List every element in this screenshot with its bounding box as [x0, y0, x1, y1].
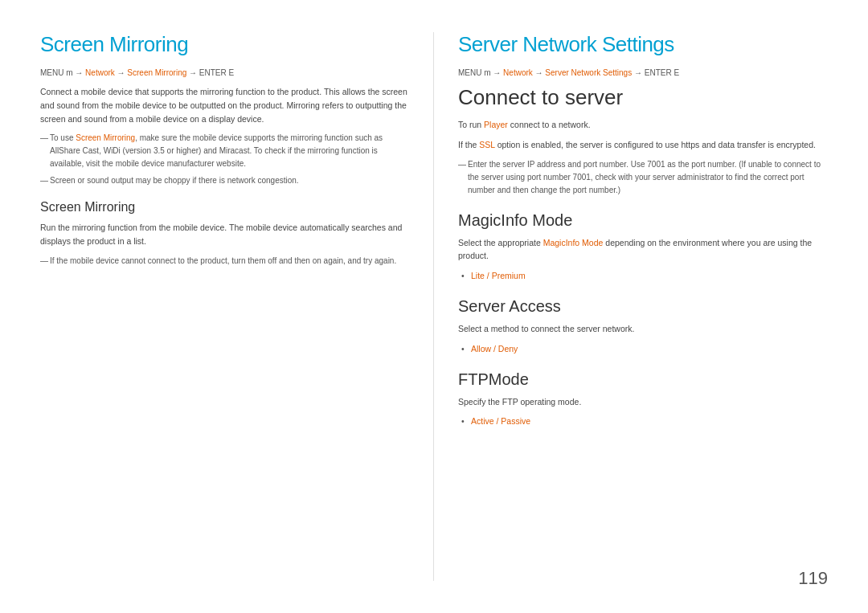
left-menu-arrow1: →	[115, 68, 128, 77]
connect-body1: To run Player connect to a network.	[458, 118, 828, 132]
magicinfo-bullet-text: Lite / Premium	[471, 271, 526, 280]
server-access-bullet: Allow / Deny	[471, 342, 828, 356]
server-access-bullet-text: Allow / Deny	[471, 344, 518, 353]
ftp-body: Specify the FTP operating mode.	[458, 395, 828, 409]
left-menu-path: MENU m → Network → Screen Mirroring → EN…	[40, 68, 409, 77]
left-column: Screen Mirroring MENU m → Network → Scre…	[40, 32, 434, 581]
left-sub-note: If the mobile device cannot connect to t…	[50, 255, 409, 268]
ftp-title: FTPMode	[458, 370, 828, 389]
right-menu-link2: Server Network Settings	[545, 68, 632, 77]
magicinfo-mode-link: MagicInfo Mode	[543, 238, 604, 247]
screen-mirroring-link: Screen Mirroring	[76, 133, 135, 142]
magicinfo-title: MagicInfo Mode	[458, 211, 828, 230]
right-menu-link1: Network	[503, 68, 533, 77]
connect-note: Enter the server IP address and port num…	[468, 158, 828, 197]
right-menu-path: MENU m → Network → Server Network Settin…	[458, 68, 828, 77]
ssl-link: SSL	[479, 140, 494, 149]
ftp-bullet-text: Active / Passive	[471, 416, 530, 426]
server-access-title: Server Access	[458, 297, 828, 316]
left-note2: Screen or sound output may be choppy if …	[50, 174, 409, 187]
connect-title: Connect to server	[458, 85, 828, 110]
left-menu-link1: Network	[85, 68, 115, 77]
page-number: 119	[798, 568, 828, 589]
left-menu-arrow2: → ENTER E	[186, 68, 234, 77]
left-sub-body: Run the mirroring function from the mobi…	[40, 221, 409, 248]
ftp-bullet: Active / Passive	[471, 415, 828, 428]
right-menu-prefix: MENU m →	[458, 68, 503, 77]
player-link: Player	[484, 120, 508, 129]
left-main-title: Screen Mirroring	[40, 32, 409, 57]
right-menu-arrow2: → ENTER E	[632, 68, 679, 77]
left-intro-text: Connect a mobile device that supports th…	[40, 85, 409, 125]
server-access-body: Select a method to connect the server ne…	[458, 322, 828, 336]
magicinfo-body: Select the appropriate MagicInfo Mode de…	[458, 236, 828, 264]
magicinfo-bullet: Lite / Premium	[471, 269, 828, 283]
connect-body2: If the SSL option is enabled, the server…	[458, 138, 828, 152]
right-main-title: Server Network Settings	[458, 32, 828, 57]
left-menu-prefix: MENU m →	[40, 68, 85, 77]
right-column: Server Network Settings MENU m → Network…	[434, 32, 828, 581]
right-menu-arrow1: →	[533, 68, 546, 77]
left-sub-title: Screen Mirroring	[40, 200, 409, 215]
left-note1: To use Screen Mirroring, make sure the m…	[50, 132, 409, 170]
left-menu-link2: Screen Mirroring	[127, 68, 186, 77]
